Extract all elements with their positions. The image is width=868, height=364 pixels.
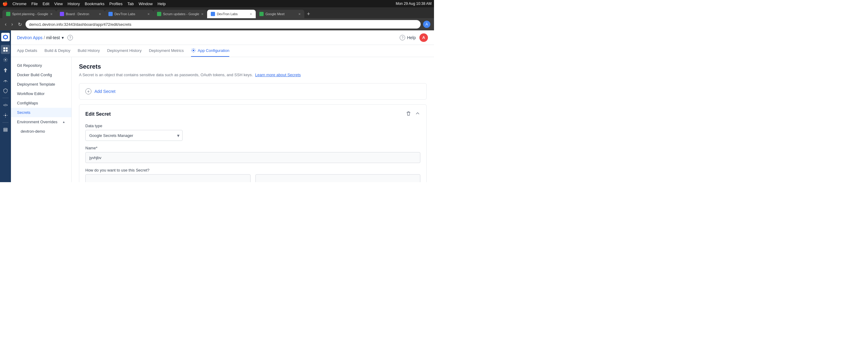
add-secret-label: Add Secret: [94, 89, 116, 94]
profile-avatar[interactable]: A: [423, 21, 430, 28]
tab-close-5[interactable]: ✕: [250, 12, 252, 16]
left-nav-git-repository[interactable]: Git Repository: [11, 61, 71, 70]
tab-close-4[interactable]: ✕: [201, 12, 204, 16]
sidebar-icon-config[interactable]: [1, 111, 10, 120]
tab-app-configuration-label: App Configuration: [198, 48, 229, 53]
svg-rect-5: [6, 50, 8, 52]
menu-help[interactable]: Help: [158, 2, 166, 6]
sidebar-icon-code[interactable]: </>: [1, 100, 10, 109]
add-secret-icon: +: [85, 88, 91, 94]
reload-button[interactable]: ↻: [17, 20, 23, 29]
breadcrumb-info-button[interactable]: ?: [67, 35, 73, 40]
menu-edit[interactable]: Edit: [42, 2, 49, 6]
sidebar-icon-settings[interactable]: [1, 55, 10, 64]
devtron-logo[interactable]: [1, 33, 10, 41]
tab-deployment-metrics-label: Deployment Metrics: [149, 48, 184, 53]
back-button[interactable]: ‹: [4, 20, 8, 28]
how-use-label: How do you want to use this Secret?: [85, 168, 420, 172]
tab-label-2: Board · Devtron: [66, 12, 89, 16]
browser-tab-2[interactable]: Board · Devtron ✕: [56, 10, 105, 18]
tab-app-configuration[interactable]: App Configuration: [191, 45, 229, 57]
tab-deployment-history[interactable]: Deployment History: [107, 45, 142, 57]
svg-rect-4: [3, 50, 5, 52]
menu-tab[interactable]: Tab: [127, 2, 134, 6]
menu-history[interactable]: History: [68, 2, 80, 6]
browser-tab-6[interactable]: Google Meet ✕: [256, 10, 304, 18]
left-nav-workflow-editor-label: Workflow Editor: [17, 91, 44, 96]
svg-point-6: [5, 59, 6, 61]
left-nav-devtron-demo[interactable]: devtron-demo: [11, 127, 71, 136]
tab-close-2[interactable]: ✕: [99, 12, 101, 16]
name-input[interactable]: [85, 152, 420, 163]
menu-chrome[interactable]: Chrome: [12, 2, 26, 6]
app-layout: </> Devtron Apps / mil-test ▾ ?: [0, 30, 434, 182]
how-use-option-1[interactable]: [85, 174, 251, 182]
tab-close-6[interactable]: ✕: [298, 12, 301, 16]
menu-profiles[interactable]: Profiles: [109, 2, 122, 6]
tab-favicon-5: [211, 12, 215, 16]
sidebar-icon-deploy[interactable]: [1, 66, 10, 75]
left-nav-workflow-editor[interactable]: Workflow Editor: [11, 89, 71, 98]
user-avatar[interactable]: A: [420, 33, 428, 42]
menu-view[interactable]: View: [54, 2, 63, 6]
add-secret-box[interactable]: + Add Secret: [79, 83, 427, 100]
browser-tab-5[interactable]: DevTron Labs ✕: [207, 10, 256, 18]
data-type-label: Data type: [85, 124, 420, 128]
how-use-options-row: [85, 174, 420, 182]
sidebar-icon-stack[interactable]: [1, 125, 10, 134]
data-type-select[interactable]: Kubernetes Secret Google Secrets Manager…: [85, 130, 183, 141]
left-nav-configmaps[interactable]: ConfigMaps: [11, 98, 71, 108]
url-bar[interactable]: demo1.devtron.info:32443/dashboard/app/4…: [26, 20, 421, 29]
tab-build-history[interactable]: Build History: [78, 45, 100, 57]
left-nav-environment-overrides-label: Environment Overrides: [17, 120, 57, 124]
tab-close-1[interactable]: ✕: [50, 12, 53, 16]
browser-tab-4[interactable]: Scrum updates - Google ✕: [153, 10, 207, 18]
browser-tab-3[interactable]: DevTron Labs ✕: [105, 10, 153, 18]
help-button[interactable]: ? Help: [400, 35, 416, 40]
browser-frame: Sprint planning - Google ✕ Board · Devtr…: [0, 7, 434, 30]
delete-secret-button[interactable]: [406, 111, 411, 118]
tab-favicon-2: [60, 12, 64, 16]
breadcrumb-parent[interactable]: Devtron Apps: [17, 35, 42, 40]
tab-build-deploy[interactable]: Build & Deploy: [44, 45, 70, 57]
page-description: A Secret is an object that contains sens…: [79, 72, 427, 77]
browser-tab-1[interactable]: Sprint planning - Google ✕: [2, 10, 56, 18]
sidebar-icon-apps[interactable]: [1, 45, 10, 54]
tab-favicon-1: [6, 12, 10, 16]
page-title: Secrets: [79, 63, 427, 70]
forward-button[interactable]: ›: [10, 20, 14, 28]
sidebar-icon-network[interactable]: [1, 76, 10, 85]
chevron-up-icon: ▲: [62, 120, 65, 124]
left-nav-secrets[interactable]: Secrets: [11, 108, 71, 117]
name-group: Name*: [85, 146, 420, 163]
sidebar-icon-security[interactable]: [1, 86, 10, 95]
menu-window[interactable]: Window: [138, 2, 152, 6]
tab-favicon-3: [108, 12, 113, 16]
learn-more-link[interactable]: Learn more about Secrets: [255, 72, 301, 77]
how-use-group: How do you want to use this Secret?: [85, 168, 420, 182]
left-nav-devtron-demo-label: devtron-demo: [21, 129, 45, 134]
tab-app-details[interactable]: App Details: [17, 45, 37, 57]
edit-secret-actions: [406, 111, 420, 118]
svg-rect-2: [3, 47, 5, 49]
user-initials: A: [422, 35, 425, 40]
menu-file[interactable]: File: [31, 2, 38, 6]
main-content: Git Repository Docker Build Config Deplo…: [11, 57, 434, 182]
breadcrumb-current: mil-test: [46, 35, 60, 40]
left-nav-environment-overrides[interactable]: Environment Overrides ▲: [11, 117, 71, 127]
how-use-option-2[interactable]: [255, 174, 421, 182]
breadcrumb-dropdown[interactable]: ▾: [62, 35, 64, 40]
new-tab-button[interactable]: +: [304, 10, 313, 18]
data-type-group: Data type Kubernetes Secret Google Secre…: [85, 124, 420, 141]
edit-secret-box: Edit Secret: [79, 104, 427, 182]
tab-close-3[interactable]: ✕: [147, 12, 150, 16]
menu-bookmarks[interactable]: Bookmarks: [85, 2, 104, 6]
left-nav-docker-build-config[interactable]: Docker Build Config: [11, 70, 71, 79]
collapse-secret-button[interactable]: [415, 111, 420, 118]
tab-deployment-metrics[interactable]: Deployment Metrics: [149, 45, 184, 57]
svg-rect-3: [6, 47, 8, 49]
url-text: demo1.devtron.info:32443/dashboard/app/4…: [29, 22, 131, 27]
apple-logo[interactable]: 🍎: [2, 1, 8, 6]
left-nav-deployment-template[interactable]: Deployment Template: [11, 79, 71, 89]
trash-icon: [406, 111, 411, 116]
